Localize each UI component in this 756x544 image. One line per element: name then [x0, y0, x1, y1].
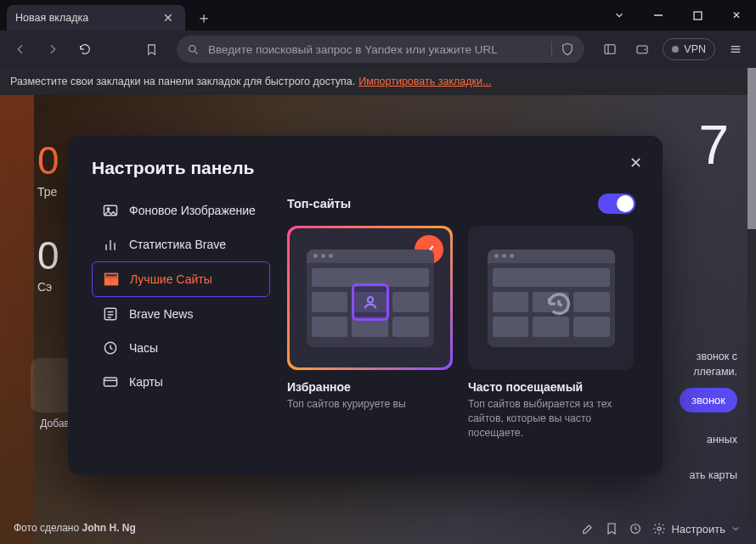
- toolbar: Введите поисковый запрос в Yandex или ук…: [0, 31, 756, 68]
- maximize-button[interactable]: [678, 0, 717, 31]
- scrollbar-thumb[interactable]: [748, 68, 756, 229]
- stats-widget: 0 Тре 0 Сэ: [37, 137, 59, 294]
- svg-point-7: [645, 48, 646, 50]
- ntp-bottom-bar: Настроить: [581, 522, 741, 536]
- svg-point-12: [657, 527, 661, 530]
- svg-rect-4: [605, 45, 615, 54]
- svg-rect-20: [112, 278, 118, 285]
- clock-icon: [102, 339, 119, 356]
- bookmark-icon[interactable]: [139, 37, 163, 61]
- customize-panel-modal: Настроить панель ✕ Фоновое Изображение С…: [68, 136, 663, 475]
- back-button[interactable]: [8, 37, 32, 61]
- tab-title: Новая вкладка: [15, 12, 88, 24]
- sidebar-item-label: Часы: [129, 341, 158, 355]
- close-icon[interactable]: ✕: [623, 151, 647, 175]
- svg-rect-18: [105, 273, 118, 277]
- history-icon: [544, 289, 573, 322]
- svg-rect-6: [637, 46, 647, 53]
- card-frequent[interactable]: Часто посещаемый Топ сайтов выбирается и…: [468, 226, 634, 440]
- vpn-button[interactable]: VPN: [663, 38, 715, 60]
- customize-button[interactable]: Настроить: [652, 522, 741, 536]
- sidebar-item-label: Фоновое Изображение: [129, 204, 256, 217]
- address-bar[interactable]: Введите поисковый запрос в Yandex или ук…: [177, 36, 584, 63]
- sidebar-item-cards[interactable]: Карты: [92, 365, 270, 399]
- card-desc: Топ сайтов выбирается из тех сайтов, кот…: [468, 397, 634, 440]
- svg-line-3: [195, 51, 197, 53]
- tab-dropdown-icon[interactable]: [600, 0, 639, 31]
- stat-value: 0: [37, 137, 59, 183]
- new-tab-button[interactable]: ＋: [192, 6, 216, 30]
- svg-point-28: [367, 297, 372, 302]
- right-cards: звонок сллегами. звонок анных ать карты: [680, 350, 737, 483]
- forward-button[interactable]: [41, 37, 65, 61]
- stat-label: Тре: [37, 185, 59, 199]
- grid-icon: [103, 271, 120, 288]
- clock-widget: 7: [698, 114, 731, 177]
- edit-icon[interactable]: [581, 522, 595, 536]
- url-placeholder: Введите поисковый запрос в Yandex или ук…: [208, 43, 498, 56]
- wallet-icon[interactable]: [630, 37, 654, 61]
- sidebar-item-stats[interactable]: Статистика Brave: [92, 227, 270, 261]
- sidebar-item-topsites[interactable]: Лучшие Сайты: [92, 261, 270, 297]
- svg-point-2: [189, 45, 196, 52]
- history-icon[interactable]: [629, 522, 642, 536]
- search-icon: [187, 43, 200, 56]
- vpn-label: VPN: [684, 43, 706, 55]
- person-icon: [352, 283, 389, 321]
- modal-sidebar: Фоновое Изображение Статистика Brave Луч…: [92, 193, 270, 465]
- window-controls: ✕: [600, 0, 756, 31]
- menu-button[interactable]: [724, 37, 748, 61]
- sidebar-item-label: Статистика Brave: [129, 238, 226, 251]
- card-title: Часто посещаемый: [468, 380, 634, 394]
- stat-label-2: Сэ: [37, 280, 59, 294]
- bookmarks-prompt-bar: Разместите свои закладки на панели закла…: [0, 68, 756, 95]
- sidebar-icon[interactable]: [598, 37, 622, 61]
- titlebar: Новая вкладка ✕ ＋ ✕: [0, 0, 756, 31]
- sidebar-item-label: Brave News: [129, 307, 193, 321]
- vpn-status-dot: [672, 46, 679, 53]
- card-favorites[interactable]: Избранное Топ сайтов курируете вы: [287, 226, 453, 440]
- bookmarks-prompt-text: Разместите свои закладки на панели закла…: [10, 76, 355, 87]
- browser-tab[interactable]: Новая вкладка ✕: [7, 5, 185, 31]
- tab-close-icon[interactable]: ✕: [160, 9, 177, 26]
- shield-icon[interactable]: [561, 42, 574, 56]
- image-icon: [102, 202, 119, 219]
- photo-credit: Фото сделано John H. Ng: [14, 522, 136, 534]
- chart-icon: [102, 236, 119, 253]
- sidebar-item-label: Лучшие Сайты: [130, 272, 212, 286]
- svg-point-14: [107, 208, 110, 210]
- stat-value-2: 0: [37, 233, 59, 278]
- topsites-toggle[interactable]: [598, 193, 635, 214]
- card-desc: Топ сайтов курируете вы: [287, 397, 453, 412]
- import-bookmarks-link[interactable]: Импортировать закладки...: [358, 76, 491, 87]
- svg-rect-19: [105, 278, 111, 285]
- start-call-button[interactable]: звонок: [680, 388, 737, 412]
- modal-main: Топ-сайты: [287, 193, 639, 465]
- sidebar-item-clock[interactable]: Часы: [92, 331, 270, 365]
- minimize-button[interactable]: [639, 0, 678, 31]
- bookmarks-icon[interactable]: [605, 522, 618, 536]
- svg-rect-26: [104, 378, 117, 386]
- section-title: Топ-сайты: [287, 197, 351, 210]
- scrollbar[interactable]: [748, 68, 756, 526]
- cards-icon: [102, 373, 119, 390]
- window-close-button[interactable]: ✕: [717, 0, 756, 31]
- sidebar-item-news[interactable]: Brave News: [92, 297, 270, 331]
- news-icon: [102, 306, 119, 322]
- sidebar-item-background[interactable]: Фоновое Изображение: [92, 193, 270, 227]
- reload-button[interactable]: [73, 37, 97, 61]
- sidebar-item-label: Карты: [129, 375, 163, 389]
- svg-rect-1: [694, 12, 702, 20]
- card-title: Избранное: [287, 380, 453, 394]
- modal-title: Настроить панель: [92, 158, 639, 178]
